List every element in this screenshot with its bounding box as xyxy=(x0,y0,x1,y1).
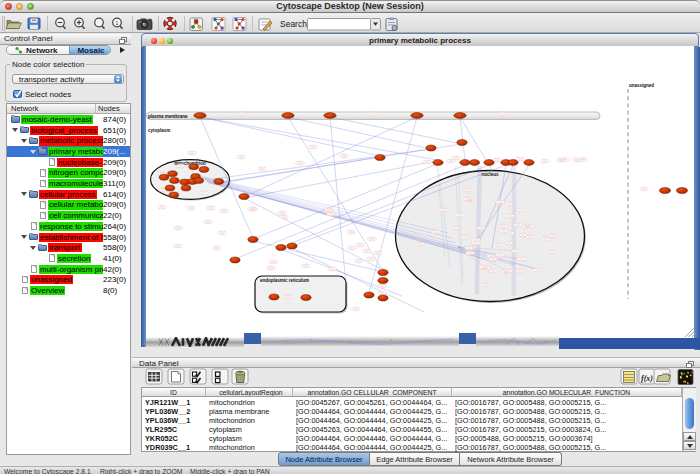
svg-text:Search:: Search: xyxy=(280,19,309,29)
svg-text:cytoplasm: cytoplasm xyxy=(148,128,170,133)
svg-text:nucleus: nucleus xyxy=(481,172,499,177)
svg-text:plasma membrane: plasma membrane xyxy=(148,114,188,119)
svg-text:f(x): f(x) xyxy=(641,374,653,383)
svg-text:endoplasmic reticulum: endoplasmic reticulum xyxy=(260,278,309,283)
svg-text:unassigned: unassigned xyxy=(629,83,654,88)
svg-text:1: 1 xyxy=(116,20,119,26)
